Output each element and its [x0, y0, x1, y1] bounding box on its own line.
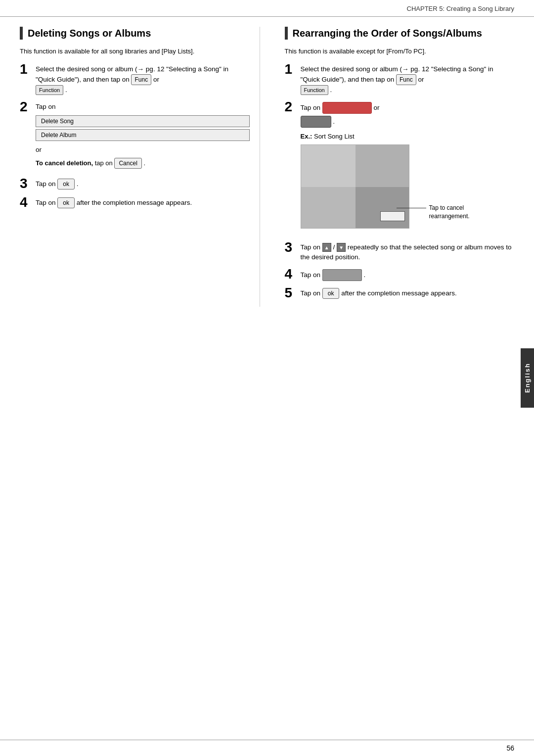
page-footer: 56	[0, 740, 534, 756]
annotation-group: Tap to cancel rearrangement.	[397, 204, 493, 221]
left-step-4-number: 4	[20, 195, 32, 209]
right-step-2-content: Tap on or . Ex.: Sort Song List	[301, 102, 515, 236]
left-step-2-or: or	[36, 146, 42, 153]
right-step-3-content: Tap on ▲ / ▼ repeatedly so that the sele…	[301, 242, 515, 263]
down-arrow-btn[interactable]: ▼	[337, 243, 346, 252]
side-tab-label: English	[524, 363, 531, 393]
ok-button-left-3[interactable]: ok	[57, 179, 75, 189]
left-step-3-period: .	[77, 180, 79, 188]
english-side-tab: English	[521, 348, 534, 408]
right-step-1-content: Select the desired song or album (→ pg. …	[301, 64, 515, 95]
left-column: Deleting Songs or Albums This function i…	[20, 27, 260, 307]
ex-text: Sort Song List	[314, 133, 355, 140]
step4-sort-done-button[interactable]	[322, 269, 362, 281]
left-step-3-text: Tap on	[36, 180, 57, 188]
func-button-left-1[interactable]: Func	[131, 74, 151, 85]
right-step-5-content: Tap on ok after the completion message a…	[301, 288, 515, 299]
right-section-intro: This function is available except for [F…	[285, 47, 515, 56]
cancel-note-text: tap on	[95, 159, 115, 167]
left-step-3-content: Tap on ok .	[36, 179, 250, 189]
left-step-3-number: 3	[20, 177, 32, 190]
content-area: Deleting Songs or Albums This function i…	[0, 17, 534, 336]
right-step-4-content: Tap on .	[301, 269, 515, 281]
diagram-cell-topleft	[301, 145, 356, 187]
delete-buttons-group: Delete Song Delete Album	[36, 115, 250, 141]
annotation-line	[397, 208, 426, 208]
right-step-1-or: or	[416, 76, 424, 83]
cancel-period: .	[143, 159, 145, 167]
cancel-note-bold: To cancel deletion,	[36, 159, 93, 167]
sort-button-right-2[interactable]	[322, 102, 372, 114]
left-step-2-tap: Tap on	[36, 103, 56, 110]
right-step-3-slash: /	[333, 243, 335, 251]
annotation-text: Tap to cancel rearrangement.	[429, 204, 493, 221]
left-step-4-text: Tap on	[36, 199, 57, 206]
right-step-2: 2 Tap on or . Ex.: Sort Song List	[285, 102, 515, 236]
right-step-2-period: .	[333, 118, 335, 125]
right-step-4-number: 4	[285, 267, 297, 281]
right-step-5-number: 5	[285, 286, 297, 300]
ok-button-left-4[interactable]: ok	[57, 197, 75, 208]
left-step-4-content: Tap on ok after the completion message a…	[36, 197, 250, 208]
sort-album-button-right-2[interactable]	[301, 116, 331, 128]
right-step-4: 4 Tap on .	[285, 269, 515, 281]
left-step-4-text2: after the completion message appears.	[77, 199, 192, 206]
right-step-3-number: 3	[285, 240, 297, 254]
left-step-1: 1 Select the desired song or album (→ pg…	[20, 64, 250, 95]
right-step-5-tap: Tap on	[301, 289, 322, 297]
left-step-4: 4 Tap on ok after the completion message…	[20, 197, 250, 209]
cancel-note: To cancel deletion, tap on Cancel .	[36, 158, 250, 169]
delete-song-btn[interactable]: Delete Song	[36, 115, 250, 127]
right-step-2-number: 2	[285, 100, 297, 114]
left-step-1-number: 1	[20, 62, 32, 76]
left-section-intro: This function is available for all song …	[20, 47, 250, 56]
function-button-right-1[interactable]: Function	[301, 85, 328, 95]
left-step-3: 3 Tap on ok .	[20, 179, 250, 190]
right-step-3-tap: Tap on	[301, 243, 322, 251]
diagram-cell-bottomleft	[301, 187, 356, 229]
diagram-box	[301, 144, 409, 229]
diagram-container: Tap to cancel rearrangement.	[301, 144, 489, 229]
left-section-title: Deleting Songs or Albums	[20, 27, 250, 40]
page-header: CHAPTER 5: Creating a Song Library	[0, 0, 534, 17]
delete-album-btn[interactable]: Delete Album	[36, 129, 250, 141]
func-button-right-1[interactable]: Func	[396, 74, 416, 85]
up-arrow-btn[interactable]: ▲	[322, 243, 331, 252]
right-step-1-number: 1	[285, 62, 297, 76]
right-section-title: Rearranging the Order of Songs/Albums	[285, 27, 515, 40]
right-step-5-text: after the completion message appears.	[341, 289, 456, 297]
right-step-2-or: or	[374, 104, 380, 111]
function-button-left-1[interactable]: Function	[36, 85, 63, 95]
left-step-1-or: or	[151, 76, 159, 83]
ex-label: Ex.: Sort Song List	[301, 132, 515, 142]
right-step-5: 5 Tap on ok after the completion message…	[285, 288, 515, 300]
right-step-4-tap: Tap on	[301, 271, 322, 279]
right-column: Rearranging the Order of Songs/Albums Th…	[280, 27, 515, 307]
right-step-2-tap: Tap on	[301, 104, 322, 111]
right-step-1: 1 Select the desired song or album (→ pg…	[285, 64, 515, 95]
left-step-1-content: Select the desired song or album (→ pg. …	[36, 64, 250, 95]
right-step-4-period: .	[364, 271, 366, 279]
diagram-cell-topright	[356, 145, 409, 187]
chapter-title: CHAPTER 5: Creating a Song Library	[407, 5, 514, 12]
left-step-2-number: 2	[20, 100, 32, 114]
diagram-area: Ex.: Sort Song List	[301, 132, 515, 229]
page-number: 56	[506, 744, 514, 752]
left-step-2: 2 Tap on Delete Song Delete Album or To …	[20, 102, 250, 172]
page-wrapper: CHAPTER 5: Creating a Song Library Engli…	[0, 0, 534, 756]
cancel-button[interactable]: Cancel	[114, 158, 141, 169]
right-step-3-text: repeatedly so that the selected song or …	[301, 243, 512, 261]
ok-button-right-5[interactable]: ok	[322, 288, 340, 299]
right-step-3: 3 Tap on ▲ / ▼ repeatedly so that the se…	[285, 242, 515, 263]
left-step-2-content: Tap on Delete Song Delete Album or To ca…	[36, 102, 250, 172]
